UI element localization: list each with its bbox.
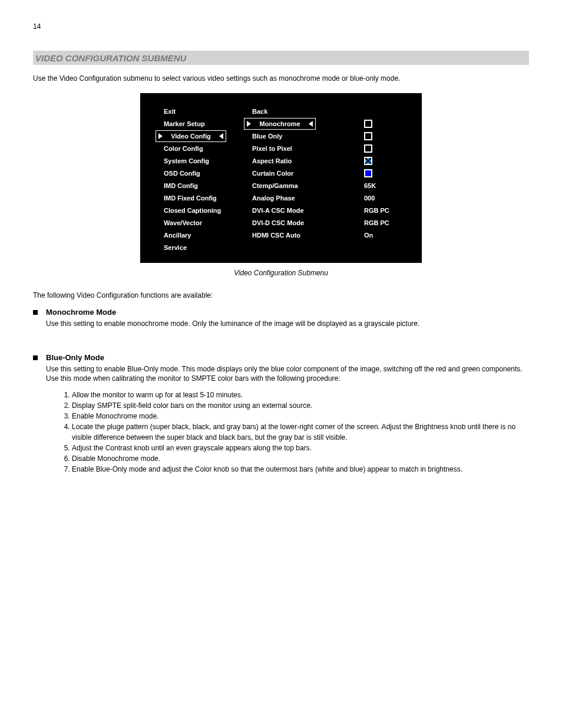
section-header-bar: VIDEO CONFIGURATION SUBMENU (33, 51, 529, 65)
osd-mid-column: Back Monochrome Blue Only Pixel to Pixel… (252, 105, 346, 241)
osd-right-value: RGB PC (364, 204, 411, 216)
procedure-step: Allow the monitor to warm up for at leas… (72, 390, 529, 400)
osd-left-item: Closed Captioning (164, 204, 258, 216)
osd-mid-item: Curtain Color (252, 167, 346, 179)
triangle-right-icon (247, 121, 251, 127)
osd-left-item: IMD Fixed Config (164, 192, 258, 204)
procedure-step: Disable Monochrome mode. (72, 453, 529, 464)
checkbox-icon (364, 120, 372, 128)
osd-left-item: Ancillary (164, 229, 258, 241)
page-number: 14 (33, 22, 529, 31)
checkbox-icon (364, 132, 372, 140)
osd-right-value: 000 (364, 192, 411, 204)
osd-left-label: Video Config (171, 133, 211, 140)
osd-right-value: 65K (364, 179, 411, 192)
triangle-left-icon (309, 121, 313, 127)
osd-mid-item: Blue Only (252, 130, 346, 142)
procedure-list: Allow the monitor to warm up for at leas… (46, 390, 529, 475)
osd-screenshot: Exit Marker Setup Video Config Color Con… (140, 93, 422, 263)
figure-caption: Video Configuration Submenu (33, 269, 529, 277)
osd-left-item: Service (164, 241, 258, 253)
checkbox-icon (364, 144, 372, 153)
osd-left-item: System Config (164, 154, 258, 167)
osd-mid-item: DVI-A CSC Mode (252, 204, 346, 216)
osd-left-item: Wave/Vector (164, 216, 258, 229)
lead-text: The following Video Configuration functi… (33, 291, 529, 299)
feature-title: Monochrome Mode (46, 308, 419, 317)
procedure-step: Locate the pluge pattern (super black, b… (72, 421, 529, 443)
procedure-step: Enable Monochrome mode. (72, 411, 529, 421)
bullet-square-icon (33, 355, 38, 360)
feature-body: Use this setting to enable monochrome mo… (46, 319, 419, 328)
osd-left-item: OSD Config (164, 167, 258, 179)
color-swatch-blue (364, 169, 372, 177)
osd-mid-item: Pixel to Pixel (252, 142, 346, 154)
osd-mid-item: Aspect Ratio (252, 154, 346, 167)
feature-body: Use this setting to enable Blue-Only mod… (46, 364, 529, 383)
osd-mid-item: HDMI CSC Auto (252, 229, 346, 241)
procedure-step: Display SMPTE split-field color bars on … (72, 400, 529, 411)
osd-right-value: On (364, 229, 411, 241)
intro-text: Use the Video Configuration submenu to s… (33, 74, 529, 83)
section-title: VIDEO CONFIGURATION SUBMENU (35, 53, 186, 63)
feature-item: Blue-Only Mode Use this setting to enabl… (33, 353, 529, 481)
osd-mid-item: DVI-D CSC Mode (252, 216, 346, 229)
osd-mid-item: Back (252, 105, 346, 117)
osd-right-value: RGB PC (364, 216, 411, 229)
osd-left-item-selected: Video Config (164, 130, 258, 142)
triangle-left-icon (219, 133, 223, 139)
procedure-step: Adjust the Contrast knob until an even g… (72, 443, 529, 453)
osd-mid-item: Ctemp/Gamma (252, 179, 346, 192)
osd-left-item: Color Config (164, 142, 258, 154)
osd-left-item: IMD Config (164, 179, 258, 192)
feature-title: Blue-Only Mode (46, 353, 529, 362)
feature-item: Monochrome Mode Use this setting to enab… (33, 308, 529, 328)
osd-mid-label: Monochrome (259, 120, 300, 127)
osd-mid-item-selected: Monochrome (252, 117, 346, 130)
triangle-right-icon (158, 133, 163, 139)
procedure-step: Enable Blue-Only mode and adjust the Col… (72, 464, 529, 475)
osd-left-item: Exit (164, 105, 258, 117)
osd-right-column: 65K 000 RGB PC RGB PC On (364, 105, 411, 241)
checkbox-checked-icon (364, 157, 372, 165)
bullet-square-icon (33, 310, 38, 315)
osd-mid-item: Analog Phase (252, 192, 346, 204)
